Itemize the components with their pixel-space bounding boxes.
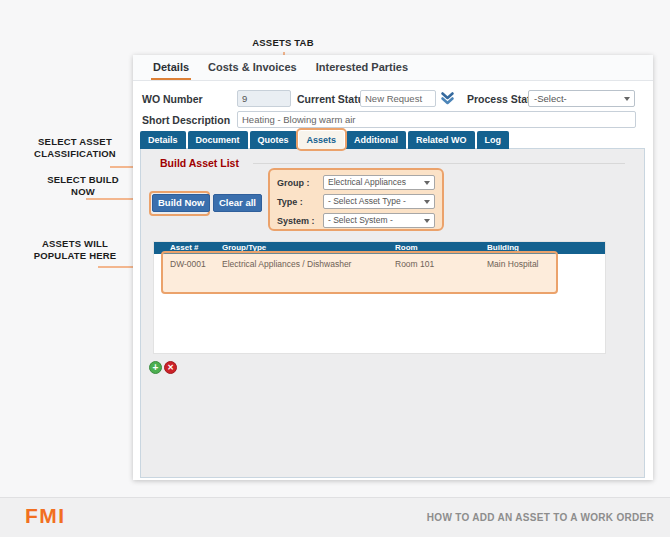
- current-status-label: Current Status: [297, 93, 370, 105]
- tab-assets[interactable]: Assets: [299, 131, 345, 149]
- annotation-select-build-line2: NOW: [28, 186, 138, 198]
- add-asset-icon[interactable]: +: [149, 361, 162, 374]
- annotation-assets-tab: ASSETS TAB: [231, 37, 335, 49]
- tab-log[interactable]: Log: [477, 131, 510, 149]
- system-select[interactable]: - Select System -: [323, 213, 435, 228]
- fmi-logo: FMI: [25, 504, 66, 528]
- asset-classification-box: Group : Electrical Appliances Type : - S…: [268, 168, 444, 231]
- process-state-value: -Select-: [534, 93, 567, 104]
- tab-details[interactable]: Details: [140, 131, 186, 149]
- annotation-populate-line2: POPULATE HERE: [18, 250, 132, 262]
- dropdown-arrow-icon: [424, 181, 430, 185]
- cell-asset-number: DW-0001: [170, 259, 206, 269]
- tab-document[interactable]: Document: [188, 131, 248, 149]
- annotation-select-build-line1: SELECT BUILD: [28, 174, 138, 186]
- annotation-select-classification-line1: SELECT ASSET: [18, 136, 132, 148]
- tab-related-wo[interactable]: Related WO: [408, 131, 475, 149]
- footer-bar: FMI HOW TO ADD AN ASSET TO A WORK ORDER: [0, 497, 670, 537]
- short-description-label: Short Description: [142, 114, 230, 126]
- annotation-select-classification-line2: CLASSIFICATION: [18, 148, 132, 160]
- populate-highlight-ring: [161, 251, 558, 294]
- tab-additional[interactable]: Additional: [346, 131, 406, 149]
- tab-costs-invoices[interactable]: Costs & Invoices: [206, 55, 299, 80]
- annotation-select-classification: SELECT ASSET CLASSIFICATION: [18, 136, 132, 159]
- tab-interested-parties[interactable]: Interested Parties: [314, 55, 410, 80]
- screenshot-stage: ASSETS TAB SELECT ASSET CLASSIFICATION S…: [0, 0, 670, 537]
- process-state-label: Process State: [467, 93, 536, 105]
- footer-title: HOW TO ADD AN ASSET TO A WORK ORDER: [427, 498, 654, 537]
- group-select[interactable]: Electrical Appliances: [323, 175, 435, 190]
- system-label: System :: [277, 216, 323, 226]
- detail-tab-bar: Details Document Quotes Assets Additiona…: [140, 131, 509, 149]
- process-state-select[interactable]: -Select-: [528, 90, 635, 107]
- build-now-button[interactable]: Build Now: [152, 194, 210, 212]
- build-asset-list-title: Build Asset List: [160, 157, 239, 169]
- group-row: Group : Electrical Appliances: [277, 175, 435, 190]
- tab-assets-label: Assets: [307, 135, 337, 145]
- system-row: System : - Select System -: [277, 213, 435, 228]
- annotation-assets-populate: ASSETS WILL POPULATE HERE: [18, 238, 132, 261]
- window-tab-bar: Details Costs & Invoices Interested Part…: [133, 55, 653, 81]
- remove-asset-icon[interactable]: ✕: [164, 361, 177, 374]
- type-label: Type :: [277, 197, 323, 207]
- annotation-select-build-now: SELECT BUILD NOW: [28, 174, 138, 197]
- cell-building: Main Hospital: [487, 259, 539, 269]
- cell-room: Room 101: [395, 259, 434, 269]
- short-description-field[interactable]: Heating - Blowing warm air: [237, 111, 636, 128]
- tab-details-top[interactable]: Details: [151, 55, 191, 80]
- section-divider: [253, 163, 625, 164]
- type-row: Type : - Select Asset Type -: [277, 194, 435, 209]
- annotation-populate-line1: ASSETS WILL: [18, 238, 132, 250]
- asset-type-select-value: - Select Asset Type -: [328, 196, 406, 206]
- group-select-value: Electrical Appliances: [328, 177, 406, 187]
- work-order-window: Details Costs & Invoices Interested Part…: [133, 55, 653, 480]
- status-double-chevron-icon[interactable]: [440, 91, 455, 106]
- asset-type-select[interactable]: - Select Asset Type -: [323, 194, 435, 209]
- wo-number-label: WO Number: [142, 93, 203, 105]
- dropdown-arrow-icon: [424, 200, 430, 204]
- group-label: Group :: [277, 178, 323, 188]
- dropdown-arrow-icon: [624, 97, 630, 101]
- assets-tab-panel: Build Asset List Group : Electrical Appl…: [140, 148, 645, 478]
- current-status-field[interactable]: New Request: [360, 90, 436, 107]
- wo-number-field[interactable]: 9: [237, 90, 291, 107]
- cell-group-type: Electrical Appliances / Dishwasher: [222, 259, 351, 269]
- tab-quotes[interactable]: Quotes: [250, 131, 297, 149]
- assets-table: Asset # Group/Type Room Building DW-0001…: [153, 241, 606, 354]
- dropdown-arrow-icon: [424, 219, 430, 223]
- system-select-value: - Select System -: [328, 215, 393, 225]
- clear-all-button[interactable]: Clear all: [213, 194, 262, 212]
